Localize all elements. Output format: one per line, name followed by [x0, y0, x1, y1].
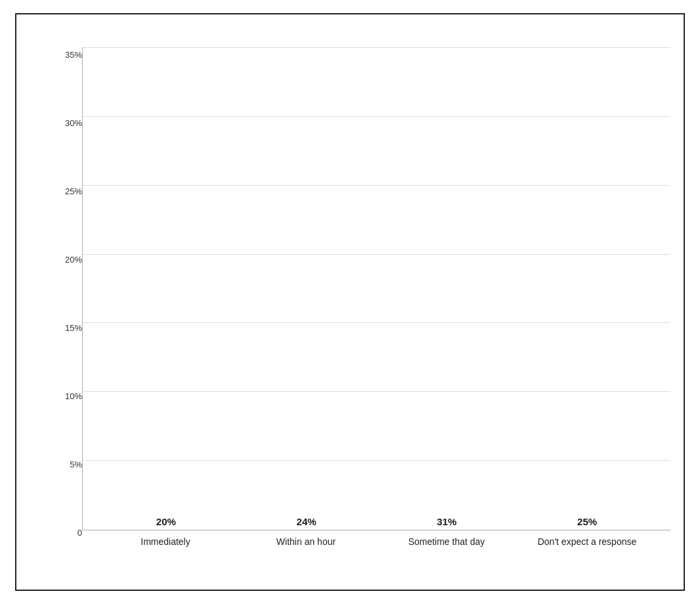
y-axis-ticks: 35%30%25%20%15%10%5%0 [53, 47, 82, 576]
chart-container: 35%30%25%20%15%10%5%0 20%24%31%25% Immed… [15, 13, 685, 591]
x-axis-label: Immediately [113, 536, 218, 576]
x-axis-label: Within an hour [253, 536, 359, 576]
y-tick: 20% [65, 255, 82, 264]
bar-value-label: 25% [577, 516, 597, 527]
bar-value-label: 31% [437, 516, 456, 527]
y-tick: 35% [65, 51, 82, 59]
y-tick: 15% [65, 324, 82, 332]
y-tick: 0 [77, 528, 82, 537]
bar-value-label: 24% [297, 516, 317, 527]
bars-and-grid: 20%24%31%25% [82, 47, 670, 530]
x-axis-label: Sometime that day [394, 536, 499, 576]
bars-row: 20%24%31%25% [83, 47, 670, 530]
y-tick: 10% [65, 392, 82, 400]
bar-value-label: 20% [156, 516, 176, 527]
bar-group: 20% [114, 516, 219, 530]
chart-area: 20%24%31%25% ImmediatelyWithin an hourSo… [82, 47, 670, 576]
bar-group: 25% [535, 516, 640, 530]
bar-group: 31% [394, 516, 499, 530]
chart-body: 35%30%25%20%15%10%5%0 20%24%31%25% Immed… [30, 47, 670, 576]
x-axis-labels: ImmediatelyWithin an hourSometime that d… [82, 530, 670, 576]
y-tick: 25% [65, 187, 82, 196]
y-axis-label [30, 47, 49, 576]
y-tick: 5% [70, 460, 82, 469]
bar-group: 24% [254, 516, 359, 530]
x-axis-label: Don't expect a response [535, 536, 640, 576]
y-tick: 30% [65, 119, 82, 127]
